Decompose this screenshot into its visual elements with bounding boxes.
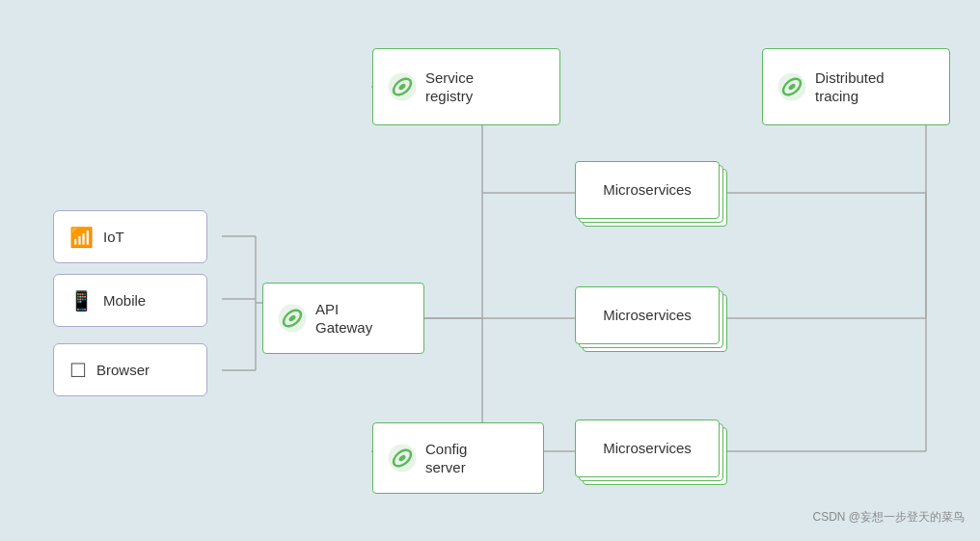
iot-card: 📶 IoT [53,210,207,263]
distributed-tracing-label-line1: Distributed [815,68,885,88]
service-registry-spring-icon [387,71,418,102]
config-server-label-line1: Config [425,440,467,459]
watermark: CSDN @妄想一步登天的菜鸟 [812,509,965,526]
api-gateway-label-line2: Gateway [315,318,372,338]
microservices-2-label: Microservices [603,306,692,325]
iot-icon: 📶 [69,226,94,249]
microservices-3-stack: Microservices [575,419,727,485]
microservices-1-label: Microservices [603,180,692,200]
distributed-tracing-label-line2: tracing [815,87,885,106]
service-registry-card: Service registry [372,48,560,125]
microservices-3-label: Microservices [603,439,692,458]
service-registry-label-line2: registry [425,87,474,106]
distributed-tracing-card: Distributed tracing [762,48,950,125]
microservices-2-stack: Microservices [575,286,727,352]
config-server-card: Config server [372,422,544,494]
microservices-1-stack: Microservices [575,161,727,227]
iot-label: IoT [103,229,124,245]
browser-icon: ☐ [69,359,87,382]
mobile-icon: 📱 [69,289,94,312]
api-gateway-card: API Gateway [262,283,424,354]
mobile-card: 📱 Mobile [53,274,207,327]
browser-label: Browser [96,362,150,378]
api-gateway-label-line1: API [315,300,372,319]
browser-card: ☐ Browser [53,343,207,396]
mobile-label: Mobile [103,292,146,309]
config-server-spring-icon [387,443,418,473]
api-gateway-spring-icon [277,303,308,334]
config-server-label-line2: server [425,458,467,477]
service-registry-label-line1: Service [425,68,474,88]
distributed-tracing-spring-icon [776,71,807,102]
